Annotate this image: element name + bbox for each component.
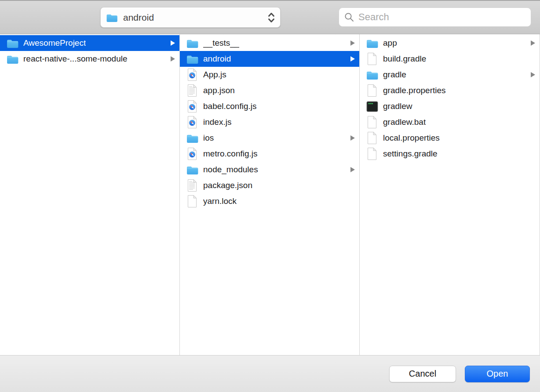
chevron-up-down-icon: [267, 11, 276, 24]
location-dropdown-value: android: [123, 12, 154, 23]
file-name: node_modules: [203, 165, 258, 174]
dialog-footer: Cancel Open: [0, 355, 540, 392]
file-name: babel.config.js: [203, 102, 256, 111]
file-name: gradle.properties: [383, 86, 446, 95]
file-name: app: [383, 38, 397, 48]
file-name: gradle: [383, 70, 406, 80]
terminal-icon: [365, 99, 379, 113]
text-doc-icon: [186, 178, 199, 192]
folder-row[interactable]: node_modules: [180, 162, 359, 178]
folder-row[interactable]: ios: [180, 130, 359, 146]
file-row[interactable]: index.js: [180, 114, 359, 130]
file-row[interactable]: gradlew.bat: [360, 114, 540, 130]
location-dropdown[interactable]: android: [100, 7, 281, 28]
js-file-icon: [186, 147, 199, 161]
blank-doc-icon: [365, 52, 379, 66]
js-file-icon: [186, 115, 199, 129]
disclosure-arrow-icon: [531, 72, 535, 77]
file-row[interactable]: babel.config.js: [180, 98, 359, 114]
blank-doc-icon: [365, 147, 379, 161]
folder-icon: [365, 36, 379, 50]
folder-row[interactable]: app: [360, 35, 540, 51]
file-name: package.json: [203, 181, 252, 190]
column-browser: AwesomeProject react-native-...some-modu…: [0, 34, 540, 355]
file-name: ios: [203, 133, 214, 143]
disclosure-arrow-icon: [171, 56, 175, 62]
disclosure-arrow-icon: [350, 40, 355, 46]
file-name: build.gradle: [383, 54, 426, 64]
file-column-2: __tests__ android App.js app.json: [180, 34, 360, 355]
cancel-button[interactable]: Cancel: [389, 366, 456, 382]
file-row[interactable]: yarn.lock: [180, 193, 359, 209]
file-row[interactable]: App.js: [180, 67, 359, 83]
file-name: gradlew.bat: [383, 117, 426, 127]
file-name: AwesomeProject: [23, 38, 86, 48]
file-column-3: app build.gradle gradle gradle.propertie…: [360, 34, 540, 355]
blank-doc-icon: [365, 115, 379, 129]
folder-icon: [6, 52, 19, 66]
blank-doc-icon: [365, 131, 379, 145]
file-name: metro.config.js: [203, 149, 258, 159]
search-icon: [344, 12, 354, 22]
disclosure-arrow-icon: [350, 56, 355, 62]
disclosure-arrow-icon: [171, 40, 175, 46]
folder-row[interactable]: gradle: [360, 67, 540, 83]
file-name: settings.gradle: [383, 149, 438, 159]
open-button[interactable]: Open: [465, 366, 530, 382]
folder-icon: [186, 131, 199, 145]
file-name: yarn.lock: [203, 196, 237, 206]
js-file-icon: [186, 99, 199, 113]
search-field[interactable]: [339, 7, 531, 27]
blank-doc-icon: [365, 83, 379, 98]
file-row[interactable]: gradlew: [360, 98, 540, 114]
file-name: react-native-...some-module: [23, 54, 128, 64]
folder-row[interactable]: android: [180, 51, 359, 67]
js-file-icon: [186, 68, 199, 82]
folder-icon: [365, 68, 379, 82]
file-row[interactable]: gradle.properties: [360, 83, 540, 98]
blank-doc-icon: [186, 194, 199, 208]
folder-row[interactable]: AwesomeProject: [0, 35, 179, 51]
disclosure-arrow-icon: [350, 167, 355, 172]
folder-icon: [6, 36, 19, 50]
file-name: gradlew: [383, 102, 412, 111]
file-name: app.json: [203, 86, 235, 95]
file-name: android: [203, 54, 231, 64]
file-name: App.js: [203, 70, 226, 80]
search-input[interactable]: [358, 11, 525, 23]
file-column-1: AwesomeProject react-native-...some-modu…: [0, 34, 180, 355]
file-row[interactable]: package.json: [180, 178, 359, 193]
file-name: local.properties: [383, 133, 440, 143]
folder-icon: [186, 163, 199, 177]
file-row[interactable]: local.properties: [360, 130, 540, 146]
folder-icon: [186, 52, 199, 66]
file-row[interactable]: metro.config.js: [180, 146, 359, 162]
file-row[interactable]: settings.gradle: [360, 146, 540, 162]
open-file-dialog: android AwesomeProject: [0, 0, 540, 392]
file-name: __tests__: [203, 38, 239, 48]
folder-icon: [186, 36, 199, 50]
file-row[interactable]: build.gradle: [360, 51, 540, 67]
disclosure-arrow-icon: [350, 135, 355, 141]
text-doc-icon: [186, 83, 199, 98]
folder-icon: [106, 11, 118, 25]
toolbar: android: [0, 0, 540, 34]
file-row[interactable]: app.json: [180, 83, 359, 98]
folder-row[interactable]: __tests__: [180, 35, 359, 51]
file-name: index.js: [203, 117, 231, 127]
disclosure-arrow-icon: [531, 40, 535, 46]
folder-row[interactable]: react-native-...some-module: [0, 51, 179, 67]
